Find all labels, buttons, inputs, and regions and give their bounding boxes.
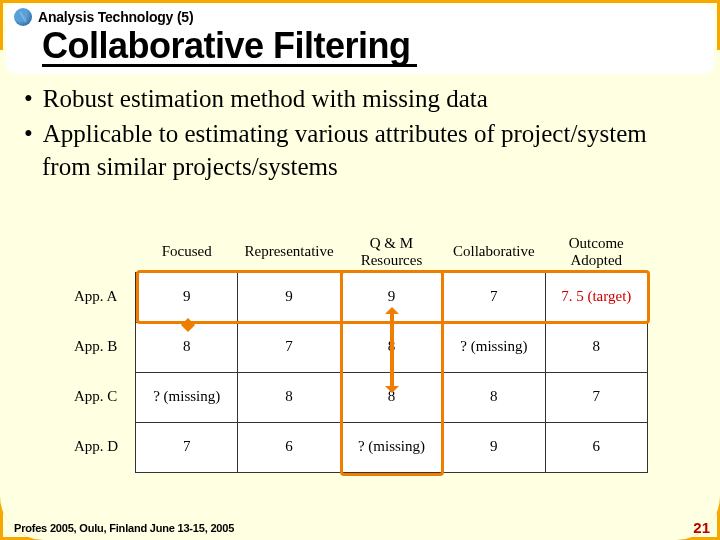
cell: 6	[545, 422, 647, 472]
page-title: Collaborative Filtering	[42, 28, 417, 67]
row-label: App. A	[72, 272, 135, 322]
ratings-table: Focused Representative Q & M Resources C…	[72, 232, 648, 473]
table-row: App. D 7 6 ? (missing) 9 6	[72, 422, 648, 472]
ratings-table-wrap: Focused Representative Q & M Resources C…	[72, 232, 648, 473]
cell: ? (missing)	[443, 322, 545, 372]
section-label: Analysis Technology (5)	[38, 10, 193, 24]
cell: 6	[238, 422, 340, 472]
vertical-arrow-icon	[390, 310, 394, 390]
col-header: Q & M Resources	[340, 232, 442, 272]
cell: 7	[545, 372, 647, 422]
table-row: App. A 9 9 9 7 7. 5 (target)	[72, 272, 648, 322]
cell: 7	[443, 272, 545, 322]
content-area: Robust estimation method with missing da…	[24, 82, 696, 185]
row-label: App. D	[72, 422, 135, 472]
cell: 9	[135, 272, 237, 322]
bullet-list: Robust estimation method with missing da…	[24, 82, 696, 183]
cell: 9	[238, 272, 340, 322]
cell: 8	[545, 322, 647, 372]
col-header: Outcome Adopted	[545, 232, 647, 272]
title-bar: Analysis Technology (5) Collaborative Fi…	[6, 4, 714, 74]
col-header: Focused	[135, 232, 237, 272]
page-number: 21	[693, 519, 710, 536]
bullet-item: Applicable to estimating various attribu…	[24, 117, 696, 183]
table-row: App. B 8 7 8 ? (missing) 8	[72, 322, 648, 372]
footer-text: Profes 2005, Oulu, Finland June 13-15, 2…	[14, 522, 234, 534]
row-label: App. B	[72, 322, 135, 372]
table-header-row: Focused Representative Q & M Resources C…	[72, 232, 648, 272]
col-header: Representative	[238, 232, 340, 272]
cell: 9	[443, 422, 545, 472]
row-label: App. C	[72, 372, 135, 422]
cell: ? (missing)	[135, 372, 237, 422]
cell: ? (missing)	[340, 422, 442, 472]
cell-target: 7. 5 (target)	[545, 272, 647, 322]
globe-icon	[14, 8, 32, 26]
table-row: App. C ? (missing) 8 8 8 7	[72, 372, 648, 422]
cell: 8	[443, 372, 545, 422]
col-header: Collaborative	[443, 232, 545, 272]
bullet-item: Robust estimation method with missing da…	[24, 82, 696, 115]
cell: 7	[238, 322, 340, 372]
cell: 8	[238, 372, 340, 422]
cell: 7	[135, 422, 237, 472]
